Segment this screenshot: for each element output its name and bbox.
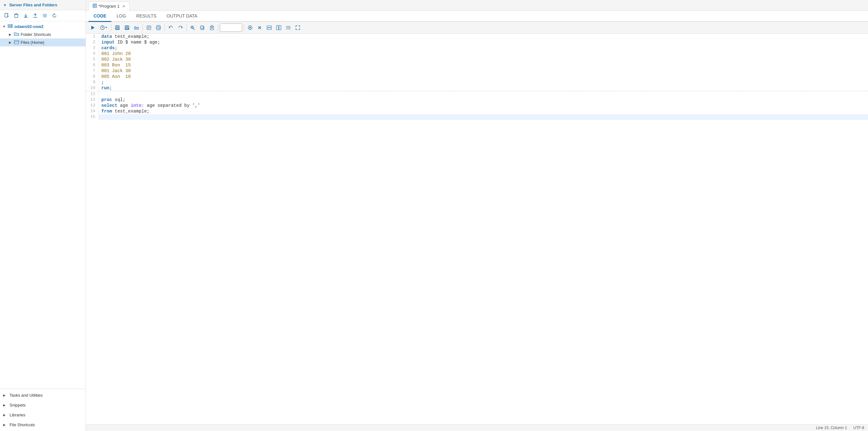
line-content[interactable]: from test_example; [99,108,868,114]
svg-rect-60 [267,26,271,27]
table-row: 10 run; [86,85,868,91]
stop-button[interactable] [255,23,264,32]
table-row: 13 select age into: age separated by ',' [86,103,868,108]
indent-button[interactable] [284,23,293,32]
keyword-input: input [101,40,115,45]
line-content[interactable]: ; [99,79,868,85]
files-home-icon [14,39,19,45]
svg-marker-28 [91,26,94,30]
tab-output-data[interactable]: OUTPUT DATA [162,11,203,22]
code-table: 1 data test_example; 2 input ID $ name $… [86,34,868,120]
folder-shortcuts-icon [14,31,19,37]
line-number: 12 [86,97,99,103]
toolbar-sep-2 [143,24,143,31]
download-button[interactable] [22,12,30,19]
line-number: 3 [86,45,99,51]
sub-tab-bar: CODE LOG RESULTS OUTPUT DATA [86,11,868,22]
svg-rect-61 [267,28,271,30]
submit-button[interactable] [246,23,254,32]
open-button[interactable] [132,23,141,32]
redo-button[interactable] [176,23,185,32]
line-content[interactable] [99,91,868,97]
keyword-cards: cards [101,45,115,51]
tab-close-button[interactable]: ✕ [122,4,125,8]
sidebar-collapse-arrow[interactable]: ▼ [3,3,7,7]
file-shortcuts-label: File Shortcuts [9,423,35,427]
paste-button[interactable] [208,23,216,32]
svg-rect-32 [117,26,118,27]
data-value: 001 Jack 30 [101,68,131,73]
program-tab[interactable]: *Program 1 ✕ [89,2,129,11]
status-bar: Line 15, Column 1 UTF-8 [86,424,868,431]
line-number: 7 [86,68,99,74]
line-content[interactable]: 001 Jack 30 [99,68,868,74]
tree-files-home[interactable]: ▶ Files (Home) [0,38,86,46]
keyword-from: from [101,109,112,114]
libraries-arrow: ▶ [3,413,7,417]
line-content[interactable]: 003 Ron 15 [99,62,868,68]
upload-button[interactable] [31,12,39,19]
table-row: 6 003 Ron 15 [86,62,868,68]
sidebar-snippets-item[interactable]: ▶ Snippets [0,400,86,410]
list-view-button[interactable] [41,12,49,19]
split-v-button[interactable] [274,23,283,32]
line-content-active[interactable] [99,114,868,120]
line-content[interactable]: input ID $ name $ age; [99,39,868,45]
tab-results[interactable]: RESULTS [131,11,162,22]
code-text: test_example; [112,34,150,39]
line-number-input[interactable] [220,24,242,32]
libraries-label: Libraries [9,412,26,417]
svg-point-21 [11,27,12,27]
sidebar-libraries-item[interactable]: ▶ Libraries [0,410,86,420]
save-button[interactable] [113,23,122,32]
expand-button[interactable] [293,23,302,32]
table-row: 1 data test_example; [86,34,868,39]
code-text: test_example; [112,109,150,114]
line-content[interactable]: 005 Aon 18 [99,74,868,79]
line-content[interactable]: select age into: age separated by ',' [99,103,868,108]
refresh-button[interactable] [50,12,59,19]
line-content[interactable]: 001 John 20 [99,51,868,57]
new-file-button[interactable] [3,12,11,19]
line-number: 9 [86,79,99,85]
svg-marker-30 [105,27,107,28]
cursor-position: Line 15, Column 1 [816,426,847,430]
sidebar-toolbar [0,10,86,21]
toolbar-sep-5 [218,24,218,31]
sidebar-file-shortcuts-item[interactable]: ▶ File Shortcuts [0,420,86,430]
copy-tab-button[interactable] [198,23,207,32]
line-number: 2 [86,39,99,45]
line-number: 13 [86,103,99,108]
key-button[interactable] [188,23,197,32]
code-text: ID $ name $ age; [115,40,160,45]
svg-rect-0 [5,13,8,17]
line-content[interactable]: run; [99,85,868,91]
line-content[interactable]: 002 Jack 30 [99,57,868,62]
tab-log[interactable]: LOG [111,11,131,22]
tab-code[interactable]: CODE [89,11,111,22]
line-number: 6 [86,62,99,68]
line-content[interactable]: cards; [99,45,868,51]
tab-label: *Program 1 [99,4,120,8]
data-value: 003 Ron 15 [101,63,131,68]
tree-folder-shortcuts[interactable]: ▶ Folder Shortcuts [0,31,86,38]
format-button[interactable] [145,23,153,32]
svg-rect-35 [126,26,128,27]
save-server-button[interactable] [123,23,131,32]
recent-button[interactable] [98,23,110,32]
snippets-arrow: ▶ [3,403,7,407]
sidebar-tasks-item[interactable]: ▶ Tasks and Utilities [0,390,86,400]
delete-button[interactable] [12,12,20,19]
svg-rect-63 [279,26,281,30]
tree-server-item[interactable]: ▼ odaws02-usw2 [0,23,86,31]
split-h-button[interactable] [265,23,274,32]
undo-button[interactable] [166,23,175,32]
sidebar-title: Server Files and Folders [9,3,57,7]
run-button[interactable] [89,23,97,32]
code-text [101,92,104,97]
line-content[interactable]: proc sql; [99,97,868,103]
line-content[interactable]: data test_example; [99,34,868,39]
print-button[interactable] [154,23,163,32]
svg-rect-6 [14,14,18,18]
code-editor[interactable]: 1 data test_example; 2 input ID $ name $… [86,34,868,424]
